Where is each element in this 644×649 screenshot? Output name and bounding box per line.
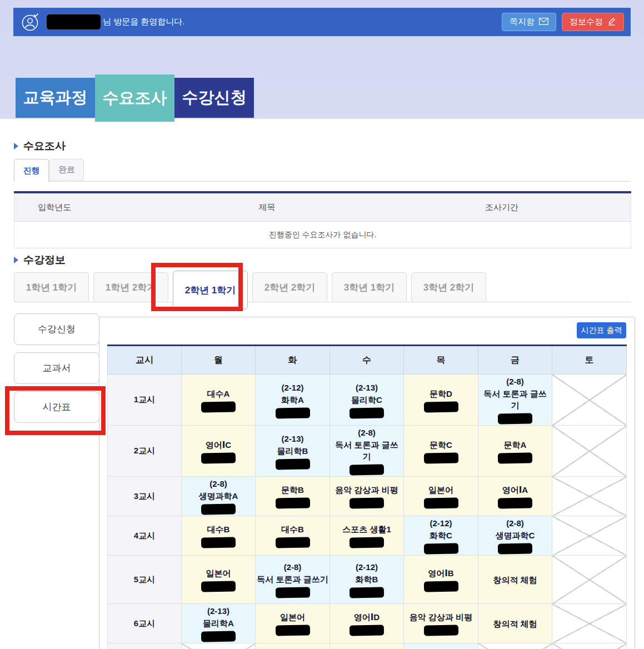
side-tab-enrollment[interactable]: 수강신청: [14, 313, 99, 345]
semester-tab-2-1-active[interactable]: 2학년 1학기: [173, 271, 248, 309]
survey-empty-row: 진행중인 수요조사가 없습니다.: [14, 222, 631, 248]
timetable-cell-empty: [552, 477, 627, 516]
survey-col-title: 제목: [95, 192, 440, 222]
timetable-col-thu: 목: [404, 346, 478, 375]
arrow-bullet-icon: [14, 257, 18, 263]
redacted-teacher: [201, 631, 236, 642]
timetable-cell-empty: [552, 516, 627, 556]
timetable-cell: 문학C: [404, 426, 478, 477]
timetable-row-5: 5교시 일본어 (2-8)독서 토론과 글쓰기 (2-12)화학B 영어ⅠB 창…: [108, 556, 627, 604]
print-timetable-button[interactable]: 시간표 출력: [577, 322, 626, 338]
timetable-col-tue: 화: [256, 346, 330, 375]
user-check-icon: [20, 12, 41, 33]
pencil-icon: [607, 17, 616, 27]
survey-tab-complete[interactable]: 완료: [49, 159, 84, 181]
semester-tabs-divider: [14, 302, 631, 302]
timetable-cell-empty: [552, 426, 627, 477]
timetable-header-row: 교시 월 화 수 목 금 토: [108, 346, 627, 375]
timetable-cell: (2-8)생명과학C: [478, 516, 552, 556]
timetable-cell-empty: [552, 643, 627, 649]
timetable-cell: (2-12)화학B: [330, 556, 404, 604]
timetable: 교시 월 화 수 목 금 토 1교시 대수A (2-12)화학A (2-13)물…: [107, 345, 627, 649]
timetable-cell: (2-8)독서 토론과 글쓰기: [478, 375, 552, 426]
mailbox-button-label: 쪽지함: [510, 17, 535, 27]
redacted-teacher: [275, 625, 309, 636]
semester-tab-3-2[interactable]: 3학년 2학기: [411, 272, 486, 302]
semester-tab-1-1[interactable]: 1학년 1학기: [14, 272, 89, 302]
timetable-cell: 대수B: [182, 516, 256, 556]
timetable-cell: 대수A: [182, 375, 256, 426]
timetable-cell: 창의적 체험: [478, 604, 552, 643]
redacted-teacher: [275, 458, 309, 470]
redacted-teacher: [423, 452, 458, 463]
top-header-bar: 님 방문을 환영합니다. 쪽지함 정보수정: [13, 8, 631, 36]
redacted-teacher: [423, 543, 458, 554]
survey-tab-in-progress[interactable]: 진행: [14, 159, 49, 182]
redacted-teacher: [423, 401, 458, 412]
timetable-cell: (2-8)독서 토론과 글쓰기: [330, 426, 404, 477]
redacted-teacher: [498, 497, 532, 508]
redacted-teacher: [498, 452, 532, 463]
survey-table-header-row: 입학년도 제목 조사기간: [14, 192, 631, 222]
timetable-cell: (2-13)물리학B: [256, 426, 330, 477]
timetable-cell: (2-13)물리학C: [330, 375, 404, 426]
timetable-row-3: 3교시 (2-8)생명과학A 문학B 음악 감상과 비평 일본어 영어ⅠA: [108, 477, 627, 516]
redacted-teacher: [350, 464, 384, 475]
timetable-col-fri: 금: [478, 346, 552, 375]
page: 님 방문을 환영합니다. 쪽지함 정보수정 교육과정 수요조사 수: [0, 0, 644, 649]
redacted-teacher: [275, 407, 309, 418]
timetable-cell: 영어ⅠA: [478, 477, 552, 516]
timetable-row-2: 2교시 영어ⅠC (2-13)물리학B (2-8)독서 토론과 글쓰기 문학C …: [108, 426, 627, 477]
period-label: 5교시: [108, 556, 182, 604]
timetable-cell: 대수B: [256, 516, 330, 556]
timetable-cell: 음악 감상과 비평: [330, 477, 404, 516]
semester-tab-2-2[interactable]: 2학년 2학기: [252, 272, 327, 302]
period-label: 4교시: [108, 516, 182, 556]
timetable-cell-empty: [478, 643, 552, 649]
timetable-col-sat: 토: [552, 346, 627, 375]
timetable-row-6: 6교시 (2-13)물리학A 일본어 영어ⅠD 음악 감상과 비평 창의적 체험: [108, 604, 627, 643]
semester-tab-3-1[interactable]: 3학년 1학기: [332, 272, 407, 302]
redacted-teacher: [423, 581, 458, 592]
edit-info-button[interactable]: 정보수정: [562, 13, 624, 31]
survey-col-period: 조사기간: [440, 192, 565, 222]
semester-tab-1-2[interactable]: 1학년 2학기: [93, 272, 168, 302]
timetable-cell: 스포츠 생활1: [330, 516, 404, 556]
period-label: 1교시: [108, 375, 182, 426]
mailbox-button[interactable]: 쪽지함: [502, 13, 556, 31]
redacted-teacher: [201, 503, 236, 515]
survey-tabs-divider: [14, 181, 631, 182]
timetable-cell: (2-12)화학A: [256, 375, 330, 426]
timetable-cell: (2-12)화학C: [404, 516, 478, 556]
side-tab-textbook[interactable]: 교과서: [14, 352, 99, 384]
redacted-teacher: [423, 625, 458, 636]
survey-col-extra: [565, 192, 631, 222]
timetable-cell: 문학B: [256, 477, 330, 516]
timetable-cell: 스포츠 생활1: [256, 643, 330, 649]
timetable-cell: 일본어: [404, 477, 478, 516]
timetable-col-mon: 월: [182, 346, 256, 375]
timetable-cell: 문학A: [478, 426, 552, 477]
main-tab-curriculum[interactable]: 교육과정: [16, 78, 95, 118]
welcome-text: 님 방문을 환영합니다.: [103, 17, 185, 27]
course-section-title-text: 수강정보: [23, 253, 66, 267]
main-tab-survey[interactable]: 수요조사: [95, 74, 174, 122]
timetable-cell: 문학D: [404, 375, 478, 426]
edit-info-button-label: 정보수정: [570, 17, 603, 27]
survey-table: 입학년도 제목 조사기간 진행중인 수요조사가 없습니다.: [14, 191, 631, 248]
period-label: 3교시: [108, 477, 182, 516]
redacted-teacher: [498, 543, 532, 554]
redacted-teacher: [201, 581, 236, 592]
timetable-cell: 영어ⅠC: [182, 426, 256, 477]
mail-icon: [539, 17, 548, 27]
timetable-cell-empty: [552, 604, 627, 643]
survey-empty-message: 진행중인 수요조사가 없습니다.: [14, 222, 631, 248]
timetable-cell-empty: [552, 556, 627, 604]
main-tab-enrollment[interactable]: 수강신청: [174, 78, 254, 118]
redacted-teacher: [350, 587, 384, 598]
survey-section-title-text: 수요조사: [23, 139, 66, 153]
arrow-bullet-icon: [14, 143, 18, 149]
redacted-teacher: [350, 497, 384, 508]
survey-section-title: 수요조사: [14, 139, 66, 153]
side-tab-timetable[interactable]: 시간표: [14, 391, 99, 423]
